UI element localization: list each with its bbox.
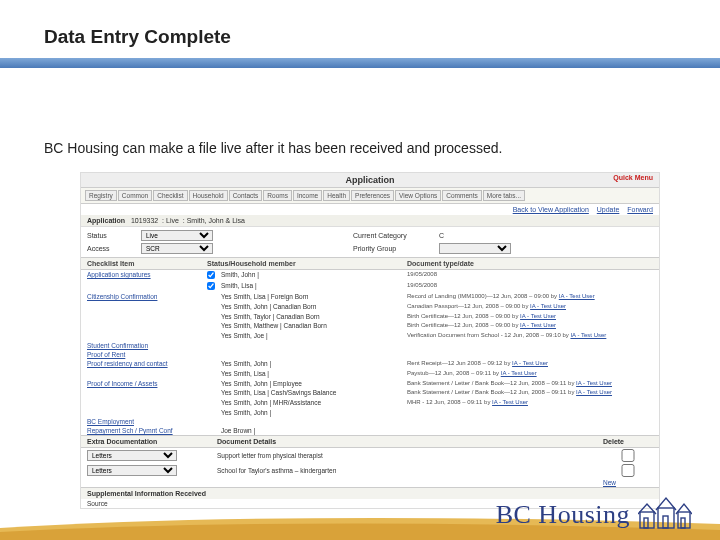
- checklist-row: BC Employment: [81, 417, 659, 426]
- checklist-doc: 19/05/2008: [407, 282, 653, 290]
- logo-text: BC Housing: [496, 500, 630, 530]
- user-link[interactable]: IA - Test User: [559, 293, 595, 299]
- checklist-doc: Birth Certificate—12 Jun, 2008 – 09:00 b…: [407, 313, 653, 321]
- app-title-bar: Application Quick Menu: [81, 173, 659, 188]
- user-link[interactable]: IA - Test User: [520, 322, 556, 328]
- checklist-row: Yes Smith, Lisa |Paystub—12 Jun, 2008 – …: [81, 369, 659, 379]
- checklist-member: Smith, John |: [221, 271, 407, 278]
- checklist-row: Citizenship ConfirmationYes Smith, Lisa …: [81, 292, 659, 302]
- info-id: 1019332: [131, 217, 158, 224]
- extra-doc-row-new: New: [81, 478, 659, 487]
- checklist-row: Yes Smith, John | MHR/AssistanceMHR - 12…: [81, 398, 659, 408]
- tab-comments[interactable]: Comments: [442, 190, 481, 201]
- extra-doc-type-select[interactable]: Letters: [87, 465, 177, 476]
- user-link[interactable]: IA - Test User: [530, 303, 566, 309]
- checklist-member: Yes Smith, Lisa |: [221, 370, 407, 377]
- status-select[interactable]: Live: [141, 230, 213, 241]
- checklist-item-label[interactable]: Repayment Sch / Pymnt Conf: [87, 427, 207, 434]
- user-link[interactable]: IA - Test User: [492, 399, 528, 405]
- checklist-item-label[interactable]: Proof of Rent: [87, 351, 207, 358]
- checklist-member: Yes Smith, John |: [221, 360, 407, 367]
- extra-doc-body: LettersSupport letter from physical ther…: [81, 448, 659, 487]
- col-status: Status/Household member: [207, 260, 407, 267]
- tab-household[interactable]: Household: [189, 190, 228, 201]
- slide-title: Data Entry Complete: [44, 26, 231, 48]
- checklist-item-label[interactable]: Citizenship Confirmation: [87, 293, 207, 300]
- checklist-doc: Paystub—12 Jun, 2008 – 09:11 by IA - Tes…: [407, 370, 653, 378]
- checklist-row: Yes Smith, Joe |Verification Document fr…: [81, 331, 659, 341]
- user-link[interactable]: IA - Test User: [501, 370, 537, 376]
- checklist-doc: Bank Statement / Letter / Bank Book—12 J…: [407, 389, 653, 397]
- user-link[interactable]: IA - Test User: [576, 389, 612, 395]
- extra-doc-header: Extra Documentation Document Details Del…: [81, 435, 659, 448]
- application-info-row: Application 1019332 : Live : Smith, John…: [81, 215, 659, 227]
- checklist-row: Yes Smith, Lisa | Cash/Savings BalanceBa…: [81, 388, 659, 398]
- checklist-member: Yes Smith, Taylor | Canadian Born: [221, 313, 407, 320]
- tab-checklist[interactable]: Checklist: [153, 190, 187, 201]
- access-label: Access: [87, 245, 135, 252]
- tab-preferences[interactable]: Preferences: [351, 190, 394, 201]
- checklist-doc: MHR - 12 Jun, 2008 – 09:11 by IA - Test …: [407, 399, 653, 407]
- status-label: Status: [87, 232, 135, 239]
- checklist-member: Yes Smith, John |: [221, 409, 407, 416]
- tab-common[interactable]: Common: [118, 190, 152, 201]
- extra-doc-delete-checkbox[interactable]: [603, 449, 653, 462]
- checklist-checkbox[interactable]: [207, 271, 215, 279]
- access-select[interactable]: SCR: [141, 243, 213, 254]
- status-fields: Status Live Current Category C Access SC…: [81, 227, 659, 257]
- svg-rect-3: [663, 516, 668, 528]
- tab-registry[interactable]: Registry: [85, 190, 117, 201]
- info-name: Smith, John & Lisa: [187, 217, 245, 224]
- info-status: Live: [166, 217, 179, 224]
- tab-bar: Registry Common Checklist Household Cont…: [81, 188, 659, 204]
- svg-rect-5: [681, 518, 685, 528]
- checklist-doc: Verification Document from School - 12 J…: [407, 332, 653, 340]
- tab-contacts[interactable]: Contacts: [229, 190, 263, 201]
- checklist-item-label[interactable]: Proof of Income / Assets: [87, 380, 207, 387]
- checklist-doc: Rent Receipt—12 Jun 2008 – 09:12 by IA -…: [407, 360, 653, 368]
- checklist-checkbox[interactable]: [207, 282, 215, 290]
- tab-rooms[interactable]: Rooms: [263, 190, 292, 201]
- user-link[interactable]: IA - Test User: [570, 332, 606, 338]
- user-link[interactable]: IA - Test User: [576, 380, 612, 386]
- priority-label: Priority Group: [353, 245, 433, 252]
- extra-doc-delete-checkbox[interactable]: [603, 464, 653, 477]
- link-back[interactable]: Back to View Application: [513, 206, 589, 213]
- svg-rect-2: [658, 508, 674, 528]
- checklist-item-label[interactable]: Proof residency and contact: [87, 360, 207, 367]
- tab-income[interactable]: Income: [293, 190, 322, 201]
- category-label: Current Category: [353, 232, 433, 239]
- category-value: C: [439, 232, 559, 239]
- checklist-member: Yes Smith, John | Employee: [221, 380, 407, 387]
- user-link[interactable]: IA - Test User: [512, 360, 548, 366]
- user-link[interactable]: IA - Test User: [520, 313, 556, 319]
- checklist-member: Joe Brown |: [221, 427, 407, 434]
- extra-doc-type-select[interactable]: Letters: [87, 450, 177, 461]
- checklist-member: Yes Smith, John | Canadian Born: [221, 303, 407, 310]
- checklist-row: Yes Smith, Taylor | Canadian BornBirth C…: [81, 312, 659, 322]
- tab-more[interactable]: More tabs...: [483, 190, 525, 201]
- checklist-member: Yes Smith, Joe |: [221, 332, 407, 339]
- tab-view-options[interactable]: View Options: [395, 190, 441, 201]
- link-forward[interactable]: Forward: [627, 206, 653, 213]
- col-doc: Document type/date: [407, 260, 653, 267]
- svg-rect-4: [678, 512, 690, 528]
- checklist-row: Yes Smith, Matthew | Canadian BornBirth …: [81, 321, 659, 331]
- priority-select[interactable]: [439, 243, 511, 254]
- checklist-row: Yes Smith, John |: [81, 408, 659, 417]
- checklist-item-label[interactable]: Application signatures: [87, 271, 207, 278]
- bc-housing-logo: BC Housing: [496, 494, 692, 530]
- link-update[interactable]: Update: [597, 206, 620, 213]
- tab-health[interactable]: Health: [323, 190, 350, 201]
- extra-doc-details: Support letter from physical therapist: [217, 452, 603, 459]
- checklist-row: Yes Smith, John | Canadian BornCanadian …: [81, 302, 659, 312]
- checklist-row: Student Confirmation: [81, 341, 659, 350]
- checklist-member: Yes Smith, Matthew | Canadian Born: [221, 322, 407, 329]
- checklist-item-label[interactable]: Student Confirmation: [87, 342, 207, 349]
- col-item: Checklist Item: [87, 260, 207, 267]
- extra-doc-new-link[interactable]: New: [603, 479, 653, 486]
- svg-rect-0: [640, 512, 654, 528]
- checklist-item-label[interactable]: BC Employment: [87, 418, 207, 425]
- col-extra-type: Extra Documentation: [87, 438, 217, 445]
- quick-menu-link[interactable]: Quick Menu: [613, 174, 653, 181]
